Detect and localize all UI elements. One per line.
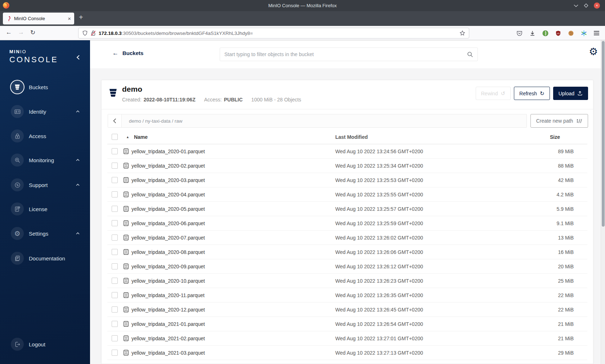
path-back-button[interactable] [108,114,122,127]
browser-tab[interactable]: MinIO Console × [3,13,74,24]
table-row[interactable]: yellow_tripdata_2020-05.parquet Wed Aug … [107,202,587,216]
table-row[interactable]: yellow_tripdata_2020-02.parquet Wed Aug … [107,159,587,173]
table-row[interactable]: yellow_tripdata_2020-01.parquet Wed Aug … [107,144,587,159]
search-input[interactable] [224,51,467,57]
downloads-icon[interactable] [529,30,535,36]
sidebar-item-documentation[interactable]: Documentation [0,250,90,266]
bookmark-star-icon[interactable] [460,30,465,36]
identity-icon [11,105,24,118]
breadcrumb-path[interactable]: demo / ny-taxi-data / raw [122,114,183,127]
row-checkbox[interactable] [112,263,118,269]
create-new-path-button[interactable]: Create new path [530,114,588,128]
parquet-file-icon [123,191,129,197]
table-row[interactable]: yellow_tripdata_2020-03.parquet Wed Aug … [107,173,587,187]
row-checkbox[interactable] [112,148,118,154]
sidebar-item-monitoring[interactable]: Monitoring [0,152,90,168]
row-checkbox[interactable] [112,163,118,169]
column-header-size[interactable]: Size [526,134,587,140]
chevron-up-icon[interactable] [76,159,80,161]
insecure-lock-icon[interactable] [91,30,96,36]
table-row[interactable]: yellow_tripdata_2020-11.parquet Wed Aug … [107,288,587,302]
chevron-up-icon[interactable] [76,110,80,113]
tracking-shield-icon[interactable] [82,30,88,36]
vertical-scrollbar[interactable] [601,40,605,364]
sidebar-item-access[interactable]: Access [0,128,90,144]
rewind-button[interactable]: Rewind ↺ [476,87,511,100]
sidebar-item-support[interactable]: Support [0,177,90,193]
object-name[interactable]: yellow_tripdata_2021-02.parquet [131,336,205,341]
column-header-modified[interactable]: Last Modified [335,134,526,140]
chevron-up-icon[interactable] [76,183,80,186]
table-row[interactable]: yellow_tripdata_2020-08.parquet Wed Aug … [107,245,587,259]
table-row[interactable]: yellow_tripdata_2021-01.parquet Wed Aug … [107,317,587,331]
row-checkbox[interactable] [112,177,118,183]
select-all-checkbox[interactable] [112,134,118,140]
refresh-button[interactable]: Refresh ↻ [514,87,550,100]
sidebar-item-license[interactable]: License [0,201,90,217]
window-minimize-icon[interactable] [574,4,578,7]
table-row[interactable]: yellow_tripdata_2020-12.parquet Wed Aug … [107,302,587,317]
scrollbar-thumb[interactable] [602,41,605,227]
reload-button[interactable]: ↻ [30,29,35,36]
row-checkbox[interactable] [112,191,118,197]
sidebar-item-logout[interactable]: Logout [0,336,90,352]
sidebar-item-buckets[interactable]: Buckets [0,79,90,95]
new-tab-button[interactable]: + [79,13,83,22]
column-header-name[interactable]: Name [134,134,148,140]
object-name[interactable]: yellow_tripdata_2020-03.parquet [131,177,205,183]
row-checkbox[interactable] [112,206,118,212]
url-text[interactable]: 172.18.0.3:30503/buckets/demo/browse/bnk… [99,31,457,36]
url-bar[interactable]: 172.18.0.3:30503/buckets/demo/browse/bnk… [78,28,469,38]
forward-button[interactable]: → [18,29,24,36]
pocket-icon[interactable] [516,30,523,36]
object-name[interactable]: yellow_tripdata_2020-08.parquet [131,249,205,255]
table-row[interactable]: yellow_tripdata_2021-03.parquet Wed Aug … [107,346,587,360]
url-path: :30503/buckets/demo/browse/bnktdGF4aS1kY… [122,31,253,36]
row-checkbox[interactable] [112,335,118,341]
object-name[interactable]: yellow_tripdata_2020-09.parquet [131,264,205,269]
object-name[interactable]: yellow_tripdata_2020-07.parquet [131,235,205,241]
menu-hamburger-icon[interactable] [594,31,599,35]
object-name[interactable]: yellow_tripdata_2020-06.parquet [131,220,205,226]
back-button[interactable]: ← [6,29,12,36]
table-row[interactable]: yellow_tripdata_2020-10.parquet Wed Aug … [107,274,587,288]
table-row[interactable]: yellow_tripdata_2020-07.parquet Wed Aug … [107,231,587,245]
row-checkbox[interactable] [112,350,118,356]
row-checkbox[interactable] [112,249,118,255]
object-name[interactable]: yellow_tripdata_2020-11.parquet [131,292,205,298]
object-name[interactable]: yellow_tripdata_2020-05.parquet [131,206,205,212]
sidebar-item-settings[interactable]: ⚙ Settings [0,226,90,241]
back-to-buckets[interactable]: ← Buckets [112,50,143,56]
session-manager-icon[interactable] [581,30,587,36]
window-maximize-icon[interactable] [584,3,588,8]
sidebar-collapse-icon[interactable] [76,55,80,60]
sort-asc-icon[interactable]: ▲ [126,135,129,139]
object-name[interactable]: yellow_tripdata_2021-03.parquet [131,350,205,356]
row-checkbox[interactable] [112,321,118,327]
table-row[interactable]: yellow_tripdata_2020-09.parquet Wed Aug … [107,259,587,274]
table-row[interactable]: yellow_tripdata_2021-02.parquet Wed Aug … [107,331,587,346]
upload-button[interactable]: Upload [553,87,588,100]
table-row[interactable]: yellow_tripdata_2020-06.parquet Wed Aug … [107,216,587,231]
object-name[interactable]: yellow_tripdata_2020-04.parquet [131,192,205,197]
object-name[interactable]: yellow_tripdata_2020-12.parquet [131,307,205,313]
object-name[interactable]: yellow_tripdata_2020-10.parquet [131,278,205,284]
object-filter-search[interactable] [220,47,478,61]
chevron-up-icon[interactable] [76,232,80,235]
row-checkbox[interactable] [112,235,118,241]
sidebar-item-identity[interactable]: Identity [0,104,90,119]
console-settings-gear-icon[interactable]: ⚙ [589,47,598,57]
window-close-button[interactable]: × [594,3,600,9]
tab-close-icon[interactable]: × [68,15,71,22]
row-checkbox[interactable] [112,278,118,284]
privacy-badger-icon[interactable] [542,30,548,36]
ublock-origin-icon[interactable]: UO [555,30,561,36]
object-name[interactable]: yellow_tripdata_2020-01.parquet [131,149,205,154]
object-name[interactable]: yellow_tripdata_2020-02.parquet [131,163,205,169]
row-checkbox[interactable] [112,220,118,226]
cookie-extension-icon[interactable] [568,30,574,36]
row-checkbox[interactable] [112,306,118,313]
table-row[interactable]: yellow_tripdata_2020-04.parquet Wed Aug … [107,187,587,202]
object-name[interactable]: yellow_tripdata_2021-01.parquet [131,321,205,327]
row-checkbox[interactable] [112,292,118,298]
